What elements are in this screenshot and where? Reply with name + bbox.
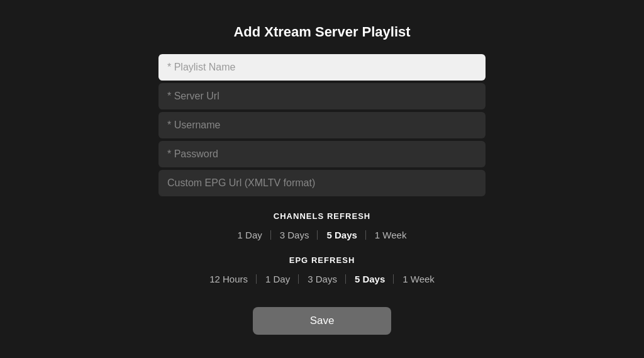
channels-refresh-options: 1 Day 3 Days 5 Days 1 Week bbox=[229, 227, 416, 243]
epg-refresh-1week[interactable]: 1 Week bbox=[394, 271, 443, 287]
main-container: Add Xtream Server Playlist CHANNELS REFR… bbox=[158, 24, 486, 335]
channels-refresh-group: CHANNELS REFRESH 1 Day 3 Days 5 Days 1 W… bbox=[158, 208, 486, 243]
save-button[interactable]: Save bbox=[253, 307, 391, 335]
page-title: Add Xtream Server Playlist bbox=[233, 24, 410, 40]
epg-refresh-1day[interactable]: 1 Day bbox=[257, 271, 299, 287]
epg-refresh-3days[interactable]: 3 Days bbox=[299, 271, 346, 287]
epg-url-input[interactable] bbox=[158, 170, 486, 196]
epg-refresh-5days[interactable]: 5 Days bbox=[346, 271, 394, 287]
form-section bbox=[158, 54, 486, 196]
epg-refresh-group: EPG REFRESH 12 Hours 1 Day 3 Days 5 Days… bbox=[158, 252, 486, 287]
channels-refresh-1day[interactable]: 1 Day bbox=[229, 227, 271, 243]
epg-refresh-options: 12 Hours 1 Day 3 Days 5 Days 1 Week bbox=[201, 271, 443, 287]
playlist-name-input[interactable] bbox=[158, 54, 486, 81]
username-input[interactable] bbox=[158, 112, 486, 138]
epg-refresh-label: EPG REFRESH bbox=[289, 255, 355, 265]
server-url-input[interactable] bbox=[158, 83, 486, 109]
channels-refresh-5days[interactable]: 5 Days bbox=[318, 227, 365, 243]
epg-refresh-12hours[interactable]: 12 Hours bbox=[201, 271, 257, 287]
password-input[interactable] bbox=[158, 141, 486, 167]
channels-refresh-3days[interactable]: 3 Days bbox=[271, 227, 318, 243]
channels-refresh-1week[interactable]: 1 Week bbox=[366, 227, 416, 243]
channels-refresh-label: CHANNELS REFRESH bbox=[274, 211, 371, 221]
